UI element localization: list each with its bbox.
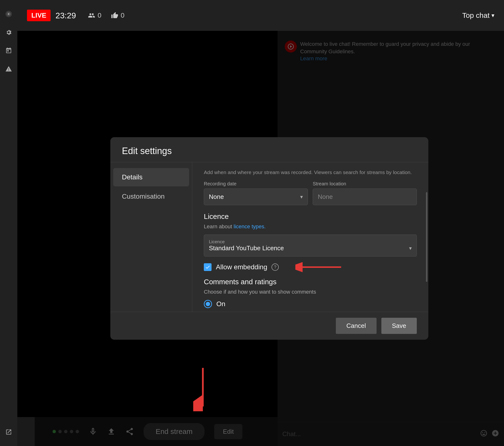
likes-stat: 0 [111, 12, 125, 19]
licence-value: Standard YouTube Licence [209, 244, 284, 252]
camera-icon[interactable] [4, 28, 13, 37]
viewers-count: 0 [98, 12, 101, 19]
recording-chevron-icon: ▾ [300, 194, 303, 200]
edit-settings-modal: Edit settings Details Customisation Add … [110, 137, 428, 340]
sidebar-item-customisation[interactable]: Customisation [113, 187, 189, 206]
comments-section: Comments and ratings Choose if and how y… [204, 278, 417, 312]
save-button[interactable]: Save [381, 318, 417, 334]
allow-embedding-checkbox[interactable] [204, 263, 212, 271]
svg-point-0 [8, 13, 10, 15]
calendar-icon[interactable] [4, 46, 13, 55]
modal-title: Edit settings [122, 146, 172, 156]
licence-field-label: Licence [209, 239, 412, 244]
top-chat-label: Top chat [462, 11, 489, 19]
allow-embedding-label: Allow embedding [216, 263, 267, 271]
stream-location-placeholder: None [318, 193, 333, 200]
modal-footer: Cancel Save [110, 312, 428, 340]
modal-body: Details Customisation Add when and where… [110, 162, 428, 312]
licence-subtitle-text: Learn about [204, 223, 234, 229]
topbar-right: Top chat ▾ [462, 11, 494, 19]
comments-title: Comments and ratings [204, 278, 417, 286]
licence-chevron-icon: ▾ [409, 245, 412, 251]
live-badge: LIVE [27, 10, 51, 21]
stream-location-label: Stream location [313, 181, 417, 186]
timer-display: 23:29 [55, 11, 76, 20]
info-text: Add when and where your stream was recor… [204, 169, 417, 175]
scrollbar[interactable] [426, 192, 427, 282]
warning-icon[interactable] [4, 65, 13, 73]
top-chat-button[interactable]: Top chat ▾ [462, 11, 494, 19]
topbar: LIVE 23:29 0 0 Top chat ▾ [17, 0, 504, 31]
stream-location-input[interactable]: None [313, 188, 417, 205]
comments-on-option[interactable]: On [204, 300, 417, 308]
broadcast-icon[interactable] [4, 10, 13, 18]
licence-select[interactable]: Licence Standard YouTube Licence ▾ [204, 235, 417, 257]
recording-date-value: None [209, 193, 224, 201]
viewers-stat: 0 [88, 12, 101, 19]
chevron-down-icon: ▾ [491, 12, 494, 19]
recording-date-select[interactable]: None ▾ [204, 188, 308, 205]
licence-types-link[interactable]: licence types. [234, 223, 266, 229]
modal-content-area: Add when and where your stream was recor… [192, 162, 428, 312]
recording-date-label: Recording date [204, 181, 308, 186]
allow-embedding-row: Allow embedding ? [204, 263, 417, 271]
sidebar-item-details[interactable]: Details [113, 168, 189, 186]
modal-header: Edit settings [110, 137, 428, 162]
comments-desc: Choose if and how you want to show comme… [204, 289, 417, 295]
modal-sidebar: Details Customisation [110, 162, 192, 312]
licence-title: Licence [204, 212, 417, 221]
export-icon[interactable] [4, 428, 13, 436]
likes-count: 0 [121, 12, 125, 19]
modal-overlay: Edit settings Details Customisation Add … [35, 31, 504, 446]
comments-on-radio[interactable] [204, 300, 212, 308]
recording-date-group: Recording date None ▾ [204, 181, 308, 205]
sidebar [0, 0, 17, 446]
licence-select-inner: Standard YouTube Licence ▾ [209, 244, 412, 252]
cancel-button[interactable]: Cancel [336, 318, 377, 334]
stream-location-group: Stream location None [313, 181, 417, 205]
down-arrow-annotation [193, 368, 213, 412]
comments-on-label: On [216, 300, 225, 308]
main-area: Welcome to live chat! Remember to guard … [17, 31, 504, 446]
allow-embedding-help-icon[interactable]: ? [271, 263, 279, 271]
details-label: Details [122, 173, 143, 181]
fields-row: Recording date None ▾ Stream location No… [204, 181, 417, 205]
red-arrow-annotation [295, 261, 343, 273]
customisation-label: Customisation [122, 193, 164, 200]
licence-subtitle: Learn about licence types. [204, 223, 417, 230]
